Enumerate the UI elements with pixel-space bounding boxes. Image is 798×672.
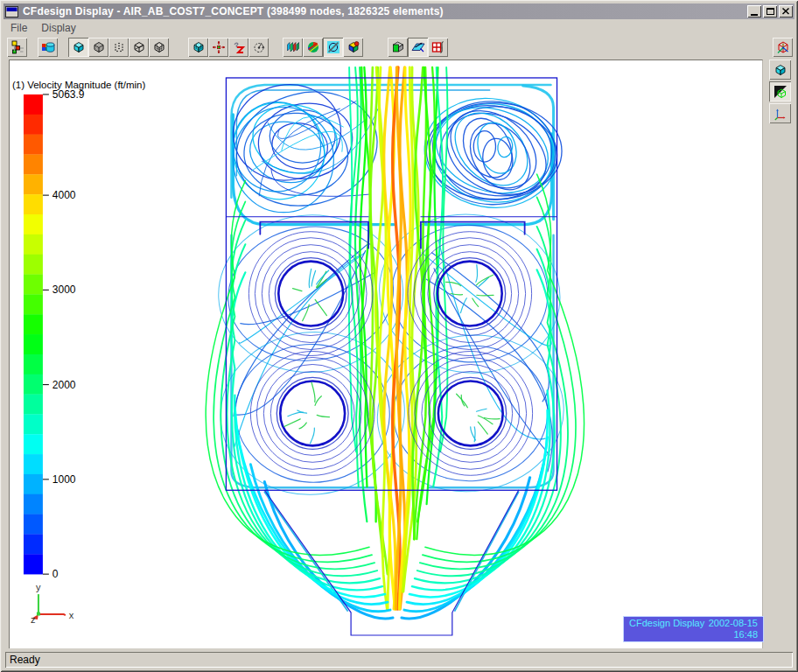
toolbar-group-1 — [38, 38, 58, 57]
open-model-icon — [41, 40, 55, 54]
outline-view-button[interactable] — [388, 38, 408, 57]
triad-origin — [37, 612, 40, 616]
toolbar-group-5 — [388, 38, 448, 57]
menu-file[interactable]: File — [4, 21, 34, 35]
wireframe-cube-icon — [92, 40, 106, 54]
hidden-line-cube-button[interactable] — [129, 38, 149, 57]
iso-surface-icon — [346, 40, 360, 54]
mesh-cube-button[interactable] — [149, 38, 169, 57]
iso-surface-button[interactable] — [343, 38, 363, 57]
title-bar[interactable]: CFdesign Display - AIR_AB_COST7_CONCEPT … — [4, 4, 794, 19]
outline-toggle-icon — [774, 85, 788, 99]
graphics-viewport[interactable]: (1) Velocity Magnitude (ft/min) 5063.940… — [9, 60, 763, 648]
legend-tick-label: 1000 — [52, 473, 76, 486]
feature-tree-button[interactable] — [7, 38, 27, 57]
shaded-view-icon — [774, 63, 788, 77]
cutting-plane-button[interactable] — [323, 38, 343, 57]
legend-tick-label: 5063.9 — [52, 88, 85, 101]
hidden-line-cube-icon — [132, 40, 146, 54]
shaded-results-icon — [306, 40, 320, 54]
streamline-plot: (1) Velocity Magnitude (ft/min) 5063.940… — [10, 60, 762, 648]
stamp-date: 2002-08-15 — [709, 618, 758, 629]
colorbar — [24, 94, 43, 574]
shaded-results-button[interactable] — [303, 38, 323, 57]
menu-display[interactable]: Display — [34, 21, 82, 35]
legend-tick-label: 0 — [52, 568, 59, 580]
legend-ticks: 5063.940003000200010000 — [43, 88, 85, 580]
scale-z-icon — [232, 40, 246, 54]
z-axis-label: z — [31, 614, 35, 625]
app-window: CFdesign Display - AIR_AB_COST7_CONCEPT … — [0, 0, 798, 672]
wireframe-cube-button[interactable] — [88, 38, 108, 57]
axis-triad: y x z — [31, 582, 74, 625]
contour-slices-icon — [286, 40, 300, 54]
status-text: Ready — [5, 652, 793, 668]
open-model-button[interactable] — [38, 38, 58, 57]
close-icon — [782, 8, 789, 15]
cutting-plane-icon — [326, 40, 340, 54]
minimize-button[interactable] — [747, 5, 761, 18]
mesh-cube-icon — [152, 40, 166, 54]
close-button[interactable] — [779, 5, 793, 18]
shaded-cube-button[interactable] — [68, 38, 88, 57]
triad-toggle-icon — [774, 107, 788, 121]
triad-toggle-button[interactable] — [769, 103, 791, 123]
y-axis-label: y — [36, 582, 41, 592]
rotate-view-icon — [252, 40, 266, 54]
x-axis — [38, 614, 66, 615]
app-icon — [5, 6, 18, 18]
wall-calculator-icon — [431, 40, 445, 54]
scale-z-button[interactable] — [228, 38, 248, 57]
view-plane-button[interactable] — [408, 38, 428, 57]
outline-view-icon — [391, 40, 405, 54]
plot-stamp: CFdesign Display 2002-08-15 16:48 — [623, 616, 764, 642]
window-title: CFdesign Display - AIR_AB_COST7_CONCEPT … — [23, 5, 444, 18]
fit-view-button[interactable] — [208, 38, 228, 57]
menu-bar: File Display — [4, 20, 794, 35]
legend-tick-label: 2000 — [52, 379, 76, 391]
toolbar-group-3 — [188, 38, 269, 57]
streamlines — [206, 67, 584, 619]
stamp-app-name: CFdesign Display — [629, 618, 704, 629]
contour-slices-button[interactable] — [283, 38, 303, 57]
wall-calculator-button[interactable] — [428, 38, 448, 57]
status-bar: Ready — [4, 651, 794, 668]
x-axis-label: x — [69, 610, 74, 620]
feature-tree-icon — [10, 40, 24, 54]
maximize-button[interactable] — [763, 5, 777, 18]
legend: (1) Velocity Magnitude (ft/min) 5063.940… — [12, 80, 145, 580]
maximize-icon — [766, 8, 774, 15]
stamp-time: 16:48 — [733, 629, 758, 640]
fit-view-icon — [212, 40, 226, 54]
rotate-view-button[interactable] — [248, 38, 269, 57]
mesh-view-icon — [192, 40, 206, 54]
mesh-view-button[interactable] — [188, 38, 208, 57]
outline-toggle-button[interactable] — [769, 81, 791, 102]
toolbar-group-4 — [283, 38, 363, 57]
shaded-cube-icon — [72, 40, 86, 54]
toolbar-group-2 — [68, 38, 169, 57]
legend-tick-label: 4000 — [52, 189, 76, 201]
toolbar — [4, 35, 794, 60]
points-cube-button[interactable] — [108, 38, 129, 57]
legend-tick-label: 3000 — [52, 284, 76, 296]
toolbar-group-0 — [7, 38, 27, 57]
shaded-view-button[interactable] — [769, 60, 791, 80]
minimize-icon — [751, 14, 758, 16]
view-plane-icon — [411, 40, 425, 54]
points-cube-icon — [112, 40, 126, 54]
view-toolbar — [769, 36, 792, 123]
